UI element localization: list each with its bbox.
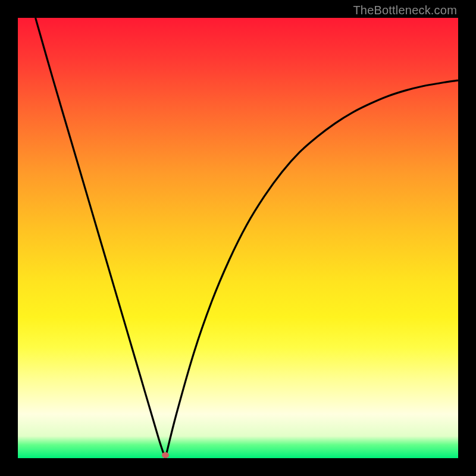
optimal-marker	[162, 452, 169, 458]
curve-left-segment	[36, 18, 165, 458]
curve-right-segment	[165, 80, 458, 458]
plot-area	[18, 18, 458, 458]
bottleneck-curve	[18, 18, 458, 458]
chart-frame: TheBottleneck.com	[0, 0, 476, 476]
credit-text: TheBottleneck.com	[353, 4, 457, 17]
